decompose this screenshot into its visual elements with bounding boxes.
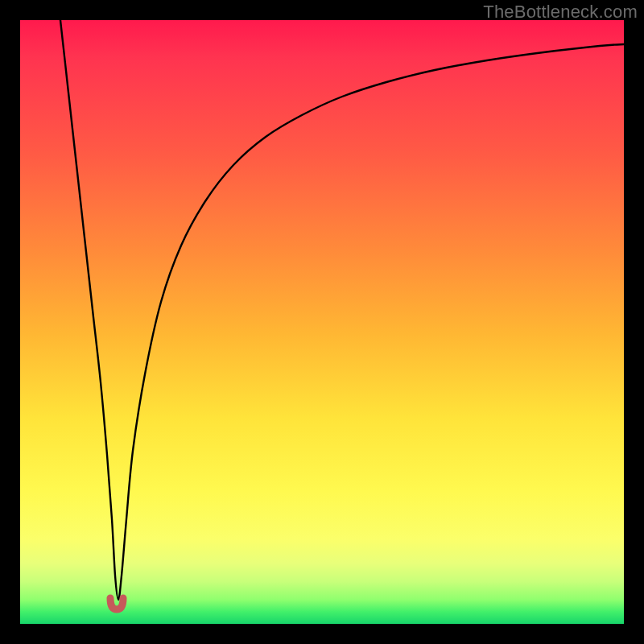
bottleneck-curve xyxy=(60,20,624,600)
plot-area xyxy=(20,20,624,624)
chart-frame: TheBottleneck.com xyxy=(0,0,644,644)
trough-marker xyxy=(110,598,123,609)
chart-svg xyxy=(20,20,624,624)
watermark-text: TheBottleneck.com xyxy=(483,2,638,23)
